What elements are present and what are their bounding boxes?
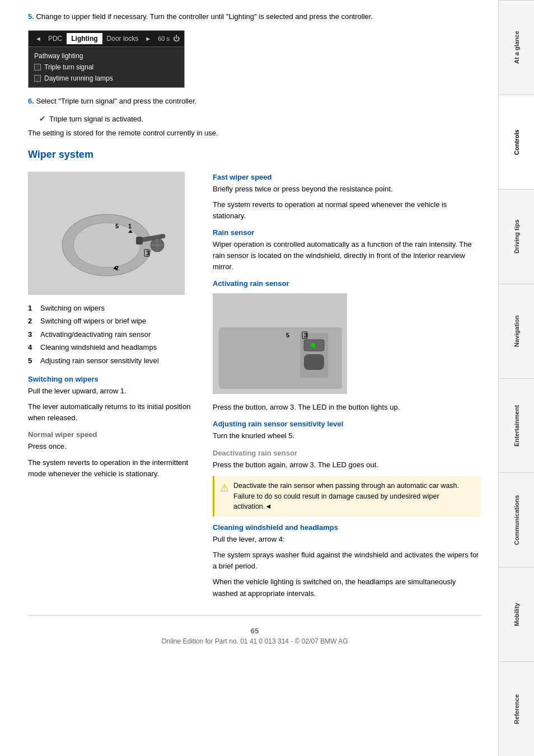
item-3-num: 3 [28, 329, 36, 340]
sidebar-tab-driving-tips[interactable]: Driving tips [499, 189, 534, 284]
adjusting-rain-text: Turn the knurled wheel 5. [213, 430, 481, 442]
svg-point-2 [73, 223, 140, 267]
list-item-5: 5 Adjusting rain sensor sensitivity leve… [28, 355, 196, 367]
svg-text:3: 3 [304, 332, 307, 339]
step-5-number: 5. [28, 12, 34, 21]
wiper-num-list: 1 Switching on wipers 2 Switching off wi… [28, 303, 196, 367]
sidebar: At a glance Controls Driving tips Naviga… [498, 0, 534, 756]
step-6: 6. Select "Triple turn signal" and press… [28, 96, 481, 107]
svg-text:3: 3 [146, 250, 149, 256]
menu-display: ◄ PDC Lighting Door locks ► 60 s ⏻ Pathw… [28, 30, 185, 88]
item-4-text: Cleaning windshield and headlamps [40, 342, 157, 353]
menu-triple-label: Triple turn signal [44, 63, 93, 71]
cleaning-text1: Pull the lever, arrow 4: [213, 534, 481, 545]
menu-lighting: Lighting [67, 33, 102, 44]
menu-left-arrow: ◄ [35, 35, 41, 42]
item-2-text: Switching off wipers or brief wipe [40, 316, 146, 327]
cleaning-text2: The system sprays washer fluid against t… [213, 550, 481, 572]
item-1-num: 1 [28, 303, 36, 314]
sidebar-tab-entertainment[interactable]: Entertainment [499, 378, 534, 473]
svg-rect-20 [304, 354, 324, 370]
rain-sensor-image: 5 3 [213, 293, 347, 394]
normal-speed-heading: Normal wiper speed [28, 430, 196, 439]
item-3-text: Activating/deactivating rain sensor [40, 329, 151, 340]
checkmark-text: Triple turn signal is activated. [49, 115, 143, 123]
item-1-text: Switching on wipers [40, 303, 105, 314]
sidebar-tab-communications[interactable]: Communications [499, 472, 534, 567]
fast-speed-text2: The system reverts to operation at norma… [213, 199, 481, 222]
menu-daytime-label: Daytime running lamps [44, 74, 113, 82]
item-5-text: Adjusting rain sensor sensitivity level [40, 355, 159, 367]
rain-svg: 5 3 [213, 294, 347, 394]
list-item-1: 1 Switching on wipers [28, 303, 196, 314]
checkmark-icon: ✔ [39, 114, 46, 123]
normal-speed-text1: Press once. [28, 441, 196, 452]
rain-sensor-heading: Rain sensor [213, 228, 481, 237]
sidebar-tab-navigation[interactable]: Navigation [499, 284, 534, 378]
menu-right-arrow: ► [145, 35, 151, 42]
sidebar-tab-reference[interactable]: Reference [499, 661, 534, 756]
svg-text:1: 1 [128, 223, 132, 229]
step-5: 5. Change to upper field if necessary. T… [28, 11, 481, 22]
menu-item-daytime: Daytime running lamps [34, 73, 179, 84]
sidebar-tab-controls[interactable]: Controls [499, 95, 534, 189]
warning-text: Deactivate the rain sensor when passing … [233, 481, 476, 512]
switching-on-heading: Switching on wipers [28, 375, 196, 383]
step-6-text: Select "Triple turn signal" and press th… [36, 97, 196, 105]
deactivating-rain-heading: Deactivating rain sensor [213, 449, 481, 457]
sidebar-tab-mobility[interactable]: Mobility [499, 567, 534, 661]
fast-speed-text1: Briefly press twice or press beyond the … [213, 184, 481, 195]
svg-text:5: 5 [115, 223, 119, 229]
svg-point-19 [311, 343, 315, 348]
switching-on-text1: Pull the lever upward, arrow 1. [28, 386, 196, 397]
switching-on-text2: The lever automatically returns to its i… [28, 401, 196, 424]
warning-box: ⚠ Deactivate the rain sensor when passin… [213, 476, 481, 516]
normal-speed-text2: The system reverts to operation in the i… [28, 457, 196, 480]
footer-text: Online Edition for Part no. 01 41 0 013 … [161, 637, 348, 645]
item-2-num: 2 [28, 316, 36, 327]
wiper-left-col: 1 2 3 5 1 Switching on wi [28, 166, 196, 604]
wiper-heading: Wiper system [28, 149, 481, 161]
page-number: 65 [28, 627, 481, 635]
menu-pathway-label: Pathway lighting [34, 52, 83, 60]
setting-note: The setting is stored for the remote con… [28, 128, 481, 139]
menu-doorlocks: Door locks [102, 33, 143, 44]
step-6-number: 6. [28, 97, 34, 105]
list-item-4: 4 Cleaning windshield and headlamps [28, 342, 196, 353]
sidebar-tab-at-a-glance[interactable]: At a glance [499, 0, 534, 95]
activating-rain-text: Press the button, arrow 3. The LED in th… [213, 402, 481, 413]
menu-timer: 60 s [158, 35, 170, 42]
wiper-main-layout: 1 2 3 5 1 Switching on wi [28, 166, 481, 604]
menu-item-triple: Triple turn signal [34, 62, 179, 73]
menu-power-icon: ⏻ [173, 35, 180, 43]
fast-speed-heading: Fast wiper speed [213, 173, 481, 181]
svg-text:5: 5 [286, 332, 289, 339]
checkmark-line: ✔ Triple turn signal is activated. [39, 114, 481, 123]
item-4-num: 4 [28, 342, 36, 353]
list-item-3: 3 Activating/deactivating rain sensor [28, 329, 196, 340]
cleaning-text3: When the vehicle lighting is switched on… [213, 576, 481, 599]
step-5-text: Change to upper field if necessary. Turn… [36, 12, 373, 21]
menu-body: Pathway lighting Triple turn signal Dayt… [29, 47, 184, 87]
menu-header: ◄ PDC Lighting Door locks ► 60 s ⏻ [29, 31, 184, 47]
menu-daytime-checkbox [34, 75, 41, 82]
wiper-image: 1 2 3 5 [28, 172, 185, 295]
menu-item-pathway: Pathway lighting [34, 50, 179, 62]
rain-sensor-text: Wiper operation is controlled automatica… [213, 239, 481, 273]
menu-pdc: PDC [44, 33, 67, 44]
deactivating-rain-text1: Press the button again, arrow 3. The LED… [213, 459, 481, 471]
list-item-2: 2 Switching off wipers or brief wipe [28, 316, 196, 327]
cleaning-heading: Cleaning windshield and headlamps [213, 523, 481, 532]
wiper-svg: 1 2 3 5 [29, 172, 185, 295]
wiper-right-col: Fast wiper speed Briefly press twice or … [213, 166, 481, 604]
page-footer: 65 Online Edition for Part no. 01 41 0 0… [28, 615, 481, 650]
adjusting-rain-heading: Adjusting rain sensor sensitivity level [213, 420, 481, 428]
wiper-system-section: Wiper system [28, 149, 481, 604]
item-5-num: 5 [28, 355, 36, 367]
menu-triple-checkbox [34, 64, 41, 71]
warning-icon: ⚠ [220, 481, 229, 512]
activating-rain-heading: Activating rain sensor [213, 279, 481, 288]
svg-rect-4 [136, 237, 143, 245]
